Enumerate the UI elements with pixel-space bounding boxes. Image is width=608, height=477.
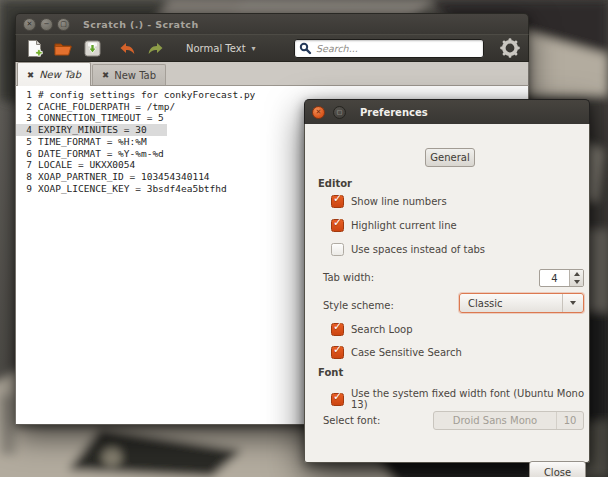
redo-icon [147, 40, 165, 57]
language-selector-label: Normal Text [186, 43, 246, 54]
tab-width-label: Tab width: [323, 272, 374, 283]
settings-menu-button[interactable] [498, 36, 522, 60]
toolbar: Normal Text ▾ [15, 34, 529, 62]
checkbox-label: Highlight current line [351, 220, 457, 231]
system-font-row: ✓ Use the system fixed width font (Ubunt… [331, 388, 589, 410]
line-number: 2 [21, 101, 32, 113]
close-button[interactable]: Close [529, 461, 586, 477]
save-icon [83, 39, 102, 58]
case-sensitive-checkbox[interactable]: ✓ [331, 346, 344, 359]
dialog-close-button[interactable]: ✕ [312, 106, 325, 119]
check-icon: ✓ [333, 343, 342, 356]
checkbox-label: Search Loop [351, 324, 413, 335]
spinner-up-button[interactable] [570, 270, 583, 278]
dialog-body: General Editor ✓ Show line numbers ✓ Hig… [304, 124, 590, 463]
minimize-window-button[interactable]: − [40, 18, 53, 31]
dialog-maximize-button[interactable]: ▢ [333, 106, 346, 119]
line-number: 1 [21, 89, 32, 101]
use-spaces-checkbox[interactable] [331, 243, 344, 256]
font-picker-button-disabled: Droid Sans Mono 10 [433, 411, 584, 430]
show-line-numbers-row: ✓ Show line numbers [331, 195, 447, 208]
arrow-up-icon [574, 272, 580, 276]
new-document-icon [25, 39, 44, 58]
close-icon: ✕ [316, 109, 322, 116]
tab-new-tab-2[interactable]: ✖ New Tab [92, 64, 166, 85]
dropdown-arrow-cell [562, 294, 583, 312]
save-button[interactable] [80, 36, 104, 60]
minimize-icon: − [44, 21, 50, 28]
check-icon: ✓ [333, 390, 342, 403]
line-number: 8 [21, 171, 32, 183]
language-selector[interactable]: Normal Text ▾ [186, 43, 256, 54]
dialog-title: Preferences [360, 107, 428, 118]
case-sensitive-row: ✓ Case Sensitive Search [331, 346, 462, 359]
close-icon: ✕ [27, 21, 33, 28]
line-number: 5 [21, 136, 32, 148]
open-file-button[interactable] [51, 36, 75, 60]
search-loop-row: ✓ Search Loop [331, 323, 413, 336]
style-scheme-label: Style scheme: [323, 300, 394, 311]
tab-new-tab-1[interactable]: ✖ New Tab [17, 62, 91, 86]
chevron-down-icon [570, 301, 576, 305]
editor-section-heading: Editor [318, 178, 352, 189]
close-window-button[interactable]: ✕ [23, 18, 36, 31]
select-font-label: Select font: [323, 415, 380, 426]
redo-button[interactable] [144, 36, 168, 60]
show-line-numbers-checkbox[interactable]: ✓ [331, 195, 344, 208]
arrow-down-icon [574, 280, 580, 284]
line-number: 7 [21, 159, 32, 171]
dialog-titlebar: ✕ ▢ Preferences [304, 99, 590, 124]
line-number: 3 [21, 112, 32, 124]
tab-width-spinner[interactable]: 4 [539, 269, 584, 287]
checkbox-label: Use the system fixed width font (Ubuntu … [351, 388, 589, 410]
search-loop-checkbox[interactable]: ✓ [331, 323, 344, 336]
spinner-down-button[interactable] [570, 278, 583, 286]
search-input[interactable] [316, 43, 479, 54]
style-scheme-value: Classic [460, 298, 562, 309]
search-icon [299, 42, 312, 55]
checkbox-label: Show line numbers [351, 196, 447, 207]
tab-width-value: 4 [540, 270, 570, 286]
new-document-button[interactable] [22, 36, 46, 60]
maximize-icon: ▢ [337, 109, 343, 115]
highlight-current-line-row: ✓ Highlight current line [331, 219, 457, 232]
font-name: Droid Sans Mono [434, 415, 556, 426]
checkbox-label: Case Sensitive Search [351, 347, 462, 358]
chevron-down-icon: ▾ [252, 44, 256, 53]
tab-label: New Tab [114, 70, 156, 81]
search-box [294, 39, 484, 58]
undo-button[interactable] [115, 36, 139, 60]
line-number: 4 [21, 124, 32, 136]
style-scheme-dropdown[interactable]: Classic [459, 293, 584, 313]
spinner-arrows [570, 270, 583, 286]
open-folder-icon [53, 39, 73, 58]
font-section-heading: Font [318, 367, 343, 378]
gear-icon [500, 38, 520, 58]
system-font-checkbox[interactable]: ✓ [331, 393, 344, 406]
check-icon: ✓ [333, 192, 342, 205]
checkbox-label: Use spaces instead of tabs [351, 244, 485, 255]
tab-label: New Tab [39, 69, 81, 80]
font-size: 10 [556, 412, 583, 429]
tab-close-icon[interactable]: ✖ [102, 70, 109, 80]
window-title: Scratch (.) - Scratch [83, 19, 199, 30]
use-spaces-row: Use spaces instead of tabs [331, 243, 485, 256]
tab-close-icon[interactable]: ✖ [27, 70, 34, 80]
line-number: 6 [21, 148, 32, 160]
highlight-current-line-checkbox[interactable]: ✓ [331, 219, 344, 232]
preferences-dialog: ✕ ▢ Preferences General Editor ✓ Show li… [304, 99, 590, 463]
tab-bar: ✖ New Tab ✖ New Tab [15, 62, 529, 86]
main-titlebar: ✕ − ▢ Scratch (.) - Scratch [15, 13, 529, 34]
line-number: 9 [21, 183, 32, 195]
check-icon: ✓ [333, 216, 342, 229]
desktop: ✕ − ▢ Scratch (.) - Scratch [0, 0, 608, 477]
check-icon: ✓ [333, 320, 342, 333]
maximize-icon: ▢ [60, 21, 67, 28]
tab-general[interactable]: General [425, 148, 475, 167]
maximize-window-button[interactable]: ▢ [57, 18, 70, 31]
undo-icon [118, 40, 136, 57]
